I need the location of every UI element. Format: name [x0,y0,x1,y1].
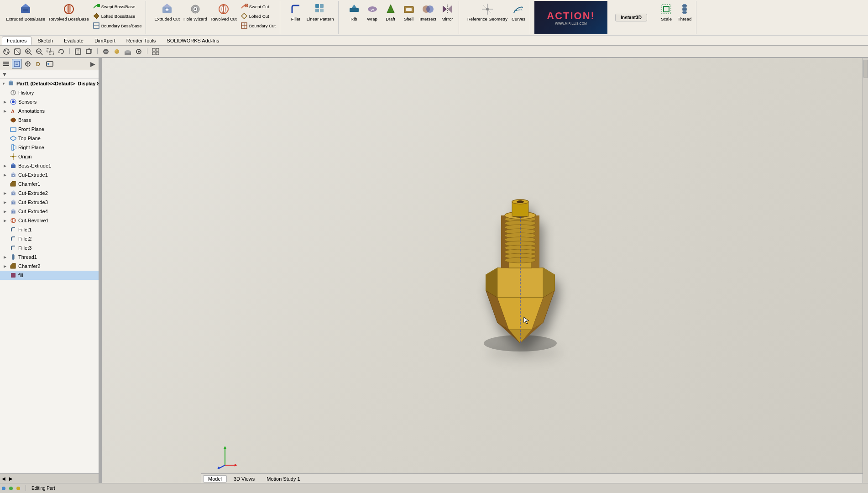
tree-toolbar: D ▶ [0,58,99,70]
revolved-cut-button[interactable]: Revolved Cut [209,2,238,22]
tree-item-right-plane[interactable]: Right Plane [0,143,99,152]
svg-marker-98 [9,80,13,82]
tree-item-fill[interactable]: fill [0,271,99,280]
property-manager-button[interactable] [12,59,22,69]
svg-line-63 [41,53,42,55]
extruded-cut-label: Extruded Cut [154,16,179,21]
tree-item-fillet2[interactable]: Fillet2 [0,234,99,243]
scroll-right-button[interactable]: ▶ [7,475,15,482]
rib-label: Rib [350,16,357,21]
tree-item-fillet3[interactable]: Fillet3 [0,243,99,252]
fillet-button[interactable]: Fillet [287,2,304,22]
svg-rect-44 [664,6,669,12]
origin-icon [10,153,17,160]
tree-item-chamfer2[interactable]: ▶ Chamfer2 [0,262,99,271]
scene-button[interactable] [123,47,132,56]
swept-cut-button[interactable]: Swept Cut [239,2,277,11]
tree-item-chamfer1[interactable]: Chamfer1 [0,179,99,189]
tree-item-fillet1[interactable]: Fillet1 [0,225,99,234]
tab-dimxpert[interactable]: DimXpert [89,37,120,44]
tree-item-history[interactable]: History [0,88,99,97]
tree-item-cut-extrude3[interactable]: ▶ Cut-Extrude3 [0,198,99,207]
lofted-boss-base-button[interactable]: Lofted Boss/Base [91,11,143,21]
rib-button[interactable]: Rib [345,2,363,22]
swept-cut-icon [241,3,248,10]
front-plane-icon [10,126,17,133]
tree-item-cut-extrude1[interactable]: ▶ Cut-Extrude1 [0,170,99,179]
extruded-cut-button[interactable]: Extruded Cut [153,2,181,22]
shell-button[interactable]: Shell [400,2,418,22]
rotate-view-button[interactable] [57,47,66,56]
tree-item-cut-extrude4[interactable]: ▶ Cut-Extrude4 [0,207,99,216]
tree-item-brass[interactable]: Brass [0,115,99,125]
svg-marker-38 [448,5,452,13]
right-sidebar-handle[interactable] [863,60,868,78]
tab-solidworks-add-ins[interactable]: SOLIDWORKS Add-Ins [162,37,224,44]
thread-button[interactable]: Thread [676,2,693,22]
boundary-cut-button[interactable]: Boundary Cut [239,21,277,30]
bottom-tabs: Model 3D Views Motion Study 1 [201,473,863,483]
ref-geometry-button[interactable]: Reference Geometry [466,2,509,22]
nozzle-3d-model [461,188,580,353]
ribbon-group-cuts: Extruded Cut Hole Wizard [150,1,280,34]
mirror-button[interactable]: Mirror [439,2,456,22]
tab-model[interactable]: Model [203,475,227,483]
wrap-button[interactable]: W Wrap [364,2,381,22]
zoom-to-fit-button[interactable] [13,47,22,56]
more-tree-button[interactable]: ▶ [88,59,98,69]
feature-manager-button[interactable] [1,59,11,69]
viewport-settings-button[interactable] [151,47,160,56]
scroll-left-button[interactable]: ◀ [0,475,7,482]
zoom-in-button[interactable] [24,47,33,56]
tab-features[interactable]: Features [2,37,31,45]
lofted-cut-button[interactable]: Lofted Cut [239,11,277,21]
view-orientation-button[interactable] [84,47,94,56]
ribbon-group-scale-thread: Scale Thread [655,1,696,34]
configuration-manager-button[interactable] [23,59,33,69]
intersect-button[interactable]: Intersect [418,2,438,22]
curves-button[interactable]: Curves [510,2,527,22]
tree-item-boss-extrude1[interactable]: ▶ Boss-Extrude1 [0,161,99,170]
hole-wizard-button[interactable]: Hole Wizard [182,2,209,22]
svg-marker-118 [10,181,16,186]
tab-sketch[interactable]: Sketch [32,37,58,44]
curves-label: Curves [512,16,525,21]
draft-button[interactable]: Draft [382,2,399,22]
status-bar: Editing Part [0,483,868,493]
scale-button[interactable]: Scale [658,2,675,22]
tab-evaluate[interactable]: Evaluate [59,37,89,44]
right-plane-label: Right Plane [18,145,44,150]
display-manager-button[interactable] [45,59,55,69]
boundary-boss-icon [93,22,100,29]
tree-item-sensors[interactable]: ▶ Sensors [0,97,99,106]
tab-motion-study[interactable]: Motion Study 1 [261,475,305,483]
tab-3d-views[interactable]: 3D Views [229,475,260,483]
tree-item-origin[interactable]: Origin [0,152,99,161]
svg-marker-107 [10,136,16,141]
swept-boss-base-button[interactable]: Swept Boss/Base [91,2,143,11]
boundary-boss-base-button[interactable]: Boundary Boss/Base [91,21,143,30]
view-settings-button[interactable] [134,47,143,56]
viewport[interactable]: Model 3D Views Motion Study 1 [102,58,863,483]
ribbon-cut-inner: Extruded Cut Hole Wizard [153,2,277,30]
section-view-button[interactable] [73,47,83,56]
tree-item-cut-revolve1[interactable]: ▶ Cut-Revolve1 [0,216,99,225]
zoom-to-selection-button[interactable] [46,47,55,56]
right-sidebar [863,58,868,483]
extruded-boss-base-button[interactable]: Extruded Boss/Base [5,2,47,22]
part-name-item[interactable]: ▼ Part1 (Default<<Default>_Display State… [0,79,99,88]
view-selector-button[interactable] [2,47,11,56]
display-style-button[interactable] [101,47,110,56]
tree-item-front-plane[interactable]: Front Plane [0,125,99,134]
zoom-out-button[interactable] [35,47,44,56]
tree-item-thread1[interactable]: ▶ Thread1 [0,252,99,262]
dim-xpert-manager-button[interactable]: D [34,59,44,69]
tree-item-top-plane[interactable]: Top Plane [0,134,99,143]
appearance-button[interactable] [112,47,121,56]
linear-pattern-button[interactable]: Linear Pattern [305,2,335,22]
tree-item-annotations[interactable]: ▶ A Annotations [0,106,99,115]
revolved-boss-base-button[interactable]: Revolved Boss/Base [47,2,90,22]
tree-item-cut-extrude2[interactable]: ▶ Cut-Extrude2 [0,189,99,198]
tab-render-tools[interactable]: Render Tools [121,37,161,44]
ribbon-wrap-inner: Rib W Wrap [345,2,456,22]
